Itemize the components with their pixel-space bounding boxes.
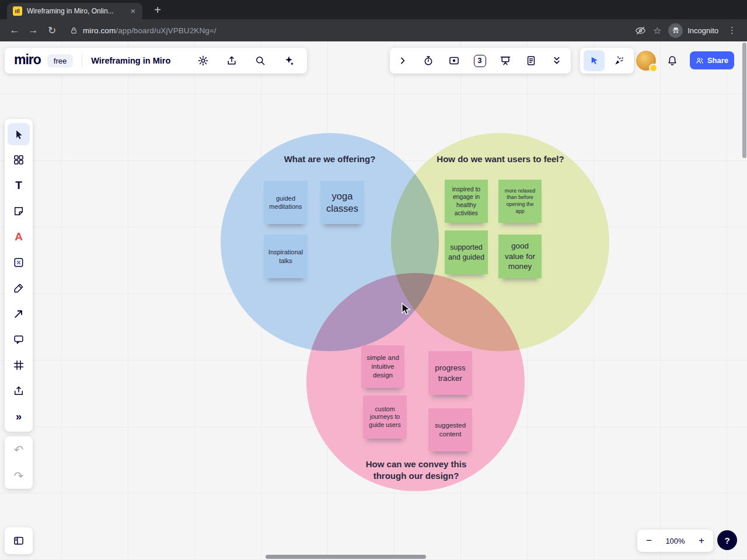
collapse-toolbar-icon[interactable] <box>390 48 416 74</box>
back-button[interactable]: ← <box>6 22 23 39</box>
browser-menu-icon[interactable]: ⋮ <box>725 25 739 36</box>
reload-button[interactable]: ↻ <box>43 22 61 39</box>
address-bar[interactable]: miro.com/app/board/uXjVPBU2KNg=/ <box>70 26 217 35</box>
bookmark-star-icon[interactable]: ☆ <box>653 25 661 36</box>
zoom-controls: − 100% + <box>637 530 713 552</box>
user-avatar[interactable]: ⚡ <box>636 51 656 71</box>
sticky-note[interactable]: simple and intuitive design <box>361 345 404 388</box>
settings-button[interactable] <box>192 50 214 72</box>
sticky-note[interactable]: Inspirational talks <box>264 235 308 278</box>
sticky-note[interactable]: suggested content <box>428 408 472 452</box>
sticky-note[interactable]: more relaxed than before opening the app <box>498 180 542 223</box>
more-tools-glyph: » <box>16 411 22 423</box>
vertical-scrollbar[interactable] <box>742 43 746 158</box>
sticky-note[interactable]: guided meditations <box>264 181 308 224</box>
miro-favicon-icon <box>13 6 22 16</box>
export-button[interactable] <box>221 50 243 72</box>
notifications-bell-icon[interactable] <box>662 50 683 71</box>
url-text: miro.com/app/board/uXjVPBU2KNg=/ <box>83 26 217 35</box>
sticky-note[interactable]: good value for money <box>498 235 542 278</box>
arrow-tool-icon[interactable] <box>5 301 33 327</box>
more-tools-chevron-icon[interactable] <box>544 48 570 74</box>
help-button[interactable]: ? <box>717 530 737 550</box>
select-tool[interactable] <box>5 121 33 147</box>
board-title[interactable]: Wireframing in Miro <box>91 56 170 65</box>
tab-title: Wireframing in Miro, Onlin... <box>27 7 124 15</box>
search-button[interactable] <box>249 50 271 72</box>
forward-button[interactable]: → <box>25 22 42 39</box>
sticky-note[interactable]: supported and guided <box>445 230 488 274</box>
shape-box-x-icon[interactable] <box>5 250 33 275</box>
more-tools-button[interactable]: » <box>5 404 33 429</box>
text-tool[interactable]: T <box>5 173 33 198</box>
reactions-icon[interactable] <box>608 50 630 72</box>
app-header: miro free Wireframing in Miro <box>5 48 307 74</box>
sticky-note[interactable]: progress tracker <box>428 351 472 395</box>
redo-button[interactable]: ↷ <box>5 463 33 489</box>
sparkle-button[interactable] <box>278 50 300 72</box>
facilitation-toolbar: 3 <box>390 48 571 74</box>
people-icon <box>696 57 704 65</box>
sticky-note-tool-icon[interactable] <box>5 198 33 224</box>
eye-off-icon[interactable] <box>635 25 646 36</box>
share-button[interactable]: Share <box>690 51 734 69</box>
url-domain: miro.com <box>83 26 116 35</box>
new-tab-button[interactable]: + <box>150 2 165 18</box>
shapes-tool[interactable]: A <box>5 224 33 250</box>
incognito-label: Incognito <box>687 26 718 35</box>
browser-toolbar: ← → ↻ miro.com/app/board/uXjVPBU2KNg=/ ☆… <box>0 19 747 41</box>
venn-label-design[interactable]: How can we convey this through our desig… <box>360 459 472 482</box>
tab-close-icon[interactable]: × <box>128 6 138 16</box>
cursors-toggle-button[interactable] <box>584 50 605 71</box>
board-canvas[interactable] <box>0 41 747 560</box>
presentation-icon[interactable] <box>493 48 518 74</box>
zoom-out-button[interactable]: − <box>637 530 661 552</box>
comment-tool-icon[interactable] <box>5 327 33 352</box>
sticky-note[interactable]: custom journeys to guide users <box>363 396 407 439</box>
divider <box>82 54 82 67</box>
incognito-indicator: Incognito <box>668 23 718 38</box>
timer-icon[interactable] <box>416 48 441 74</box>
lock-icon <box>70 27 78 34</box>
miro-logo[interactable]: miro <box>14 53 41 68</box>
frames-panel-button[interactable] <box>5 527 33 554</box>
venn-label-feelings[interactable]: How do we want users to feel? <box>432 153 569 165</box>
bolt-badge-icon: ⚡ <box>649 64 658 72</box>
upload-tool-icon[interactable] <box>5 378 33 404</box>
browser-tab-strip: Wireframing in Miro, Onlin... × + <box>0 0 747 19</box>
zoom-level[interactable]: 100% <box>661 537 690 545</box>
notes-icon[interactable] <box>518 48 544 74</box>
venn-label-offering[interactable]: What are we offering? <box>266 153 394 165</box>
frame-tool-icon[interactable] <box>5 352 33 378</box>
browser-tab[interactable]: Wireframing in Miro, Onlin... × <box>7 3 142 19</box>
horizontal-scrollbar[interactable] <box>266 555 426 559</box>
text-tool-letter: T <box>15 179 22 192</box>
share-label: Share <box>707 56 728 65</box>
incognito-icon <box>668 23 683 38</box>
recording-icon[interactable] <box>441 48 467 74</box>
estimation-badge: 3 <box>474 55 486 67</box>
pen-tool-icon[interactable] <box>5 275 33 301</box>
collaboration-toolbar <box>580 48 634 74</box>
sticky-note[interactable]: yoga classes <box>320 181 364 224</box>
url-path: /app/board/uXjVPBU2KNg=/ <box>116 26 216 35</box>
shapes-tool-letter: A <box>15 230 23 243</box>
templates-tool-icon[interactable] <box>5 147 33 173</box>
sticky-note[interactable]: inspired to engage in healthy activities <box>445 180 488 223</box>
estimation-app-icon[interactable]: 3 <box>467 48 493 74</box>
plan-badge[interactable]: free <box>47 54 73 68</box>
zoom-in-button[interactable]: + <box>690 530 713 552</box>
undo-button[interactable]: ↶ <box>5 436 33 463</box>
select-tool-active-bg <box>8 123 30 145</box>
history-controls: ↶ ↷ <box>5 436 33 489</box>
tool-palette: T A » <box>5 119 33 432</box>
